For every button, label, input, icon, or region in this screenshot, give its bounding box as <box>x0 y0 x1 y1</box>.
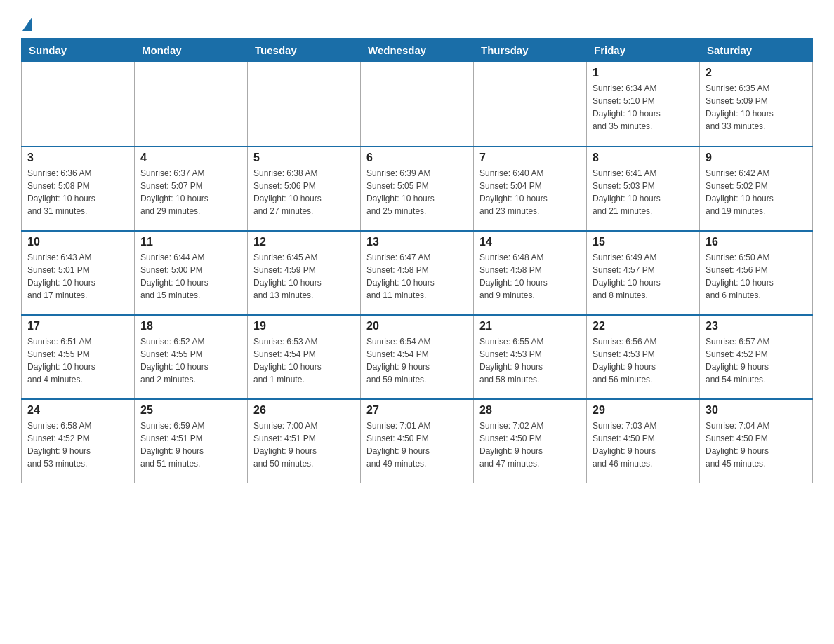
logo-triangle-icon <box>22 17 32 31</box>
day-number: 1 <box>593 67 694 79</box>
weekday-header-saturday: Saturday <box>700 39 813 62</box>
calendar-cell: 14Sunrise: 6:48 AM Sunset: 4:58 PM Dayli… <box>474 231 587 315</box>
week-row-3: 10Sunrise: 6:43 AM Sunset: 5:01 PM Dayli… <box>22 231 813 315</box>
day-number: 21 <box>479 320 581 333</box>
day-info: Sunrise: 6:54 AM Sunset: 4:54 PM Dayligh… <box>366 335 468 386</box>
day-info: Sunrise: 7:00 AM Sunset: 4:51 PM Dayligh… <box>253 420 355 470</box>
calendar-cell: 15Sunrise: 6:49 AM Sunset: 4:57 PM Dayli… <box>587 231 700 315</box>
day-number: 16 <box>706 236 807 248</box>
day-info: Sunrise: 6:49 AM Sunset: 4:57 PM Dayligh… <box>593 251 694 302</box>
day-number: 10 <box>27 236 128 248</box>
day-number: 26 <box>253 404 355 417</box>
day-info: Sunrise: 6:44 AM Sunset: 5:00 PM Dayligh… <box>140 251 241 302</box>
calendar-cell <box>22 62 135 147</box>
day-number: 4 <box>140 152 241 164</box>
day-number: 24 <box>27 404 128 417</box>
calendar-cell: 23Sunrise: 6:57 AM Sunset: 4:52 PM Dayli… <box>700 315 813 399</box>
day-number: 20 <box>366 320 468 333</box>
weekday-header-sunday: Sunday <box>22 39 135 62</box>
logo <box>21 14 32 31</box>
calendar-cell: 6Sunrise: 6:39 AM Sunset: 5:05 PM Daylig… <box>361 147 474 231</box>
calendar-cell: 21Sunrise: 6:55 AM Sunset: 4:53 PM Dayli… <box>474 315 587 399</box>
calendar-cell: 19Sunrise: 6:53 AM Sunset: 4:54 PM Dayli… <box>248 315 361 399</box>
day-info: Sunrise: 6:42 AM Sunset: 5:02 PM Dayligh… <box>706 167 807 217</box>
calendar-cell <box>474 62 587 147</box>
day-number: 29 <box>593 404 694 417</box>
calendar-cell: 4Sunrise: 6:37 AM Sunset: 5:07 PM Daylig… <box>135 147 248 231</box>
day-info: Sunrise: 6:47 AM Sunset: 4:58 PM Dayligh… <box>366 251 468 302</box>
week-row-4: 17Sunrise: 6:51 AM Sunset: 4:55 PM Dayli… <box>22 315 813 399</box>
day-number: 17 <box>27 320 128 333</box>
day-info: Sunrise: 7:01 AM Sunset: 4:50 PM Dayligh… <box>366 420 468 470</box>
day-info: Sunrise: 6:57 AM Sunset: 4:52 PM Dayligh… <box>706 335 807 386</box>
day-number: 7 <box>479 152 581 164</box>
weekday-header-wednesday: Wednesday <box>361 39 474 62</box>
day-info: Sunrise: 6:34 AM Sunset: 5:10 PM Dayligh… <box>593 82 694 133</box>
day-info: Sunrise: 6:38 AM Sunset: 5:06 PM Dayligh… <box>253 167 355 217</box>
calendar-cell: 10Sunrise: 6:43 AM Sunset: 5:01 PM Dayli… <box>22 231 135 315</box>
week-row-5: 24Sunrise: 6:58 AM Sunset: 4:52 PM Dayli… <box>22 399 813 483</box>
week-row-2: 3Sunrise: 6:36 AM Sunset: 5:08 PM Daylig… <box>22 147 813 231</box>
calendar-cell: 16Sunrise: 6:50 AM Sunset: 4:56 PM Dayli… <box>700 231 813 315</box>
day-number: 8 <box>593 152 694 164</box>
calendar-table: SundayMondayTuesdayWednesdayThursdayFrid… <box>21 38 813 483</box>
day-info: Sunrise: 6:43 AM Sunset: 5:01 PM Dayligh… <box>27 251 128 302</box>
day-number: 28 <box>479 404 581 417</box>
day-info: Sunrise: 6:50 AM Sunset: 4:56 PM Dayligh… <box>706 251 807 302</box>
calendar-cell: 18Sunrise: 6:52 AM Sunset: 4:55 PM Dayli… <box>135 315 248 399</box>
day-number: 5 <box>253 152 355 164</box>
calendar-cell: 13Sunrise: 6:47 AM Sunset: 4:58 PM Dayli… <box>361 231 474 315</box>
calendar-cell: 24Sunrise: 6:58 AM Sunset: 4:52 PM Dayli… <box>22 399 135 483</box>
day-number: 12 <box>253 236 355 248</box>
calendar-cell: 27Sunrise: 7:01 AM Sunset: 4:50 PM Dayli… <box>361 399 474 483</box>
day-info: Sunrise: 7:04 AM Sunset: 4:50 PM Dayligh… <box>706 420 807 470</box>
day-info: Sunrise: 6:48 AM Sunset: 4:58 PM Dayligh… <box>479 251 581 302</box>
day-info: Sunrise: 6:40 AM Sunset: 5:04 PM Dayligh… <box>479 167 581 217</box>
calendar-cell: 26Sunrise: 7:00 AM Sunset: 4:51 PM Dayli… <box>248 399 361 483</box>
day-info: Sunrise: 7:02 AM Sunset: 4:50 PM Dayligh… <box>479 420 581 470</box>
weekday-header-thursday: Thursday <box>474 39 587 62</box>
calendar-cell: 7Sunrise: 6:40 AM Sunset: 5:04 PM Daylig… <box>474 147 587 231</box>
day-number: 19 <box>253 320 355 333</box>
calendar-cell: 1Sunrise: 6:34 AM Sunset: 5:10 PM Daylig… <box>587 62 700 147</box>
calendar-cell <box>135 62 248 147</box>
day-number: 6 <box>366 152 468 164</box>
day-number: 13 <box>366 236 468 248</box>
day-number: 15 <box>593 236 694 248</box>
calendar-cell: 9Sunrise: 6:42 AM Sunset: 5:02 PM Daylig… <box>700 147 813 231</box>
calendar-cell: 11Sunrise: 6:44 AM Sunset: 5:00 PM Dayli… <box>135 231 248 315</box>
day-info: Sunrise: 6:51 AM Sunset: 4:55 PM Dayligh… <box>27 335 128 386</box>
day-info: Sunrise: 6:35 AM Sunset: 5:09 PM Dayligh… <box>706 82 807 133</box>
day-info: Sunrise: 6:58 AM Sunset: 4:52 PM Dayligh… <box>27 420 128 470</box>
day-number: 22 <box>593 320 694 333</box>
calendar-cell: 12Sunrise: 6:45 AM Sunset: 4:59 PM Dayli… <box>248 231 361 315</box>
calendar-cell: 29Sunrise: 7:03 AM Sunset: 4:50 PM Dayli… <box>587 399 700 483</box>
day-number: 23 <box>706 320 807 333</box>
day-number: 30 <box>706 404 807 417</box>
calendar-cell: 22Sunrise: 6:56 AM Sunset: 4:53 PM Dayli… <box>587 315 700 399</box>
day-info: Sunrise: 6:52 AM Sunset: 4:55 PM Dayligh… <box>140 335 241 386</box>
day-info: Sunrise: 6:39 AM Sunset: 5:05 PM Dayligh… <box>366 167 468 217</box>
weekday-header-monday: Monday <box>135 39 248 62</box>
calendar-cell: 30Sunrise: 7:04 AM Sunset: 4:50 PM Dayli… <box>700 399 813 483</box>
day-info: Sunrise: 6:55 AM Sunset: 4:53 PM Dayligh… <box>479 335 581 386</box>
day-number: 25 <box>140 404 241 417</box>
weekday-header-tuesday: Tuesday <box>248 39 361 62</box>
day-number: 27 <box>366 404 468 417</box>
calendar-cell: 8Sunrise: 6:41 AM Sunset: 5:03 PM Daylig… <box>587 147 700 231</box>
calendar-cell: 5Sunrise: 6:38 AM Sunset: 5:06 PM Daylig… <box>248 147 361 231</box>
day-number: 9 <box>706 152 807 164</box>
day-number: 11 <box>140 236 241 248</box>
calendar-cell: 20Sunrise: 6:54 AM Sunset: 4:54 PM Dayli… <box>361 315 474 399</box>
day-number: 18 <box>140 320 241 333</box>
day-info: Sunrise: 6:37 AM Sunset: 5:07 PM Dayligh… <box>140 167 241 217</box>
week-row-1: 1Sunrise: 6:34 AM Sunset: 5:10 PM Daylig… <box>22 62 813 147</box>
weekday-header-friday: Friday <box>587 39 700 62</box>
day-number: 2 <box>706 67 807 79</box>
day-info: Sunrise: 6:59 AM Sunset: 4:51 PM Dayligh… <box>140 420 241 470</box>
day-number: 14 <box>479 236 581 248</box>
day-info: Sunrise: 6:45 AM Sunset: 4:59 PM Dayligh… <box>253 251 355 302</box>
calendar-cell: 3Sunrise: 6:36 AM Sunset: 5:08 PM Daylig… <box>22 147 135 231</box>
calendar-cell: 28Sunrise: 7:02 AM Sunset: 4:50 PM Dayli… <box>474 399 587 483</box>
day-info: Sunrise: 6:41 AM Sunset: 5:03 PM Dayligh… <box>593 167 694 217</box>
